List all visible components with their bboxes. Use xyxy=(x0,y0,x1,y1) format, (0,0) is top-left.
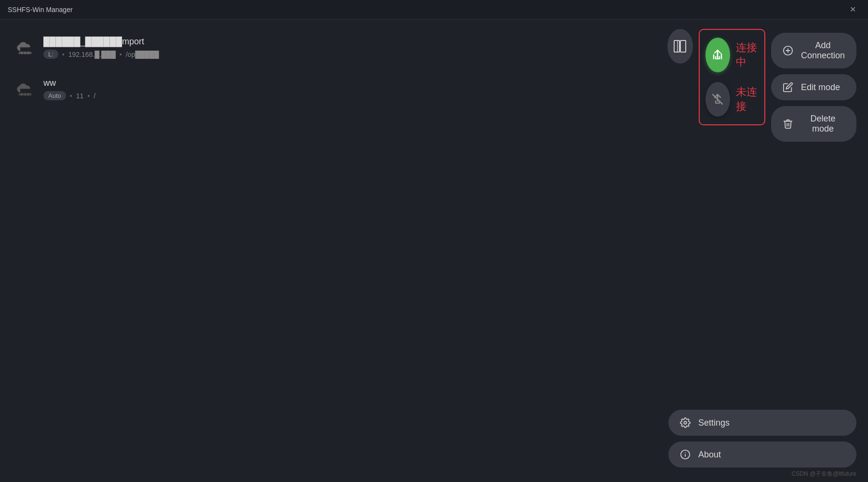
delete-mode-button[interactable]: Delete mode xyxy=(771,106,856,142)
connect-buttons-box: 连接中 未连接 xyxy=(699,29,765,125)
edit-mode-button[interactable]: Edit mode xyxy=(771,74,856,100)
add-connection-button[interactable]: Add Connection xyxy=(771,33,856,68)
delete-mode-label: Delete mode xyxy=(801,114,845,134)
status-disconnected-label: 未连接 xyxy=(736,85,759,114)
add-connection-label: Add Connection xyxy=(801,40,845,61)
connect-row-disconnected: 未连接 xyxy=(705,82,759,117)
watermark: CSDN @子非鱼@ltfuture xyxy=(792,470,856,478)
settings-button[interactable]: Settings xyxy=(668,410,856,436)
connection-port: 11 xyxy=(76,92,84,100)
connection-name: ww xyxy=(43,78,95,88)
svg-point-24 xyxy=(684,421,687,424)
svg-rect-8 xyxy=(674,40,679,52)
drive-badge: L: xyxy=(43,50,58,59)
connection-name: ██████_██████mport xyxy=(43,37,159,47)
about-label: About xyxy=(698,450,721,460)
auto-badge: Auto xyxy=(43,91,66,100)
menu-buttons: Add Connection Edit mode xyxy=(771,33,856,142)
connections-panel: ██████_██████mport L: • 192.168.█.███ • … xyxy=(0,19,656,482)
svg-rect-9 xyxy=(680,40,686,52)
connect-button-disconnected[interactable] xyxy=(705,82,730,117)
connection-path: / xyxy=(94,92,95,100)
status-connected-label: 连接中 xyxy=(736,40,759,69)
close-button[interactable]: ✕ xyxy=(845,2,860,17)
top-right-area: 连接中 未连接 xyxy=(667,29,856,142)
main-area: ██████_██████mport L: • 192.168.█.███ • … xyxy=(0,19,868,482)
right-panel: 连接中 未连接 xyxy=(656,19,868,482)
connect-row-connected: 连接中 xyxy=(705,38,759,72)
edit-mode-label: Edit mode xyxy=(801,82,840,93)
settings-label: Settings xyxy=(698,418,730,428)
connection-details: Auto • 11 • / xyxy=(43,91,95,100)
connection-info: ██████_██████mport L: • 192.168.█.███ • … xyxy=(43,37,159,59)
connection-cloud-icon xyxy=(15,80,35,99)
app-title: SSHFS-Win Manager xyxy=(8,6,73,13)
connection-cloud-icon xyxy=(15,38,35,57)
connection-host: 192.168.█.███ xyxy=(68,51,116,58)
connection-details: L: • 192.168.█.███ • /op█████ xyxy=(43,50,159,59)
titlebar: SSHFS-Win Manager ✕ xyxy=(0,0,868,19)
bottom-buttons: Settings About xyxy=(668,410,856,468)
connection-item[interactable]: ww Auto • 11 • / xyxy=(10,70,646,108)
about-button[interactable]: About xyxy=(668,442,856,468)
open-explorer-button[interactable] xyxy=(667,29,693,64)
connection-path: /op█████ xyxy=(126,51,159,58)
connection-info: ww Auto • 11 • / xyxy=(43,78,95,100)
connect-button-connected[interactable] xyxy=(705,38,730,72)
connection-item[interactable]: ██████_██████mport L: • 192.168.█.███ • … xyxy=(10,29,646,67)
